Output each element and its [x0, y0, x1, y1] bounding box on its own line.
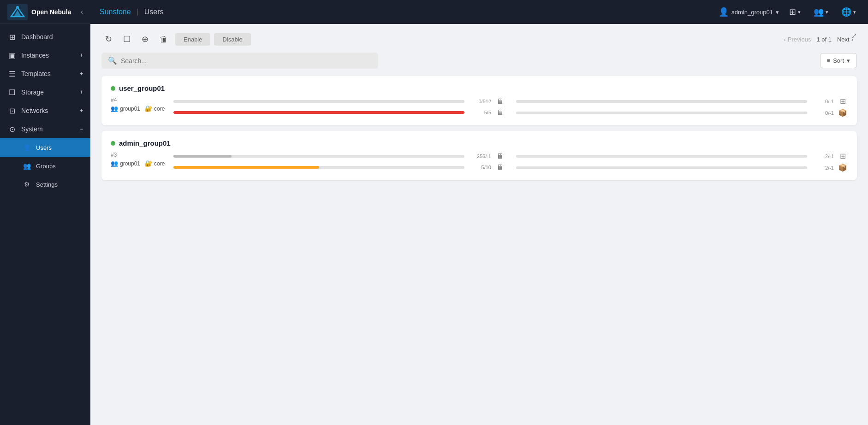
- grid-icon: ⊞: [789, 7, 796, 17]
- topbar-grid-btn[interactable]: ⊞ ▾: [786, 5, 803, 19]
- cpu-label: 0/512: [468, 99, 491, 104]
- card-metrics: 0/512 🖥 5/5 🖥: [173, 97, 848, 117]
- sidebar-item-settings[interactable]: ⚙ Settings: [0, 175, 90, 194]
- net-tx-label: 0/-1: [811, 99, 834, 104]
- sidebar-item-label: Users: [36, 144, 52, 151]
- search-input[interactable]: [121, 57, 372, 65]
- cpu-vm-metrics: 256/-1 🖥 5/10 🖥: [173, 152, 505, 171]
- vm-bar-container: [173, 111, 464, 114]
- sort-chevron: ▾: [847, 57, 850, 64]
- of-label: of 1: [821, 36, 832, 43]
- cpu-icon: 🖥: [495, 152, 505, 160]
- net-tx-bar-container: [516, 155, 807, 158]
- net-rx-label: 0/-1: [811, 110, 834, 116]
- cpu-vm-metrics: 0/512 🖥 5/5 🖥: [173, 97, 505, 117]
- next-label: Next: [837, 36, 850, 43]
- users-icon: 👤: [22, 143, 31, 152]
- content-area: ⤢ ↻ ☐ ⊕ 🗑 Enable Disable: [90, 24, 868, 425]
- card-body: #4 👥 group01 🔐 core: [111, 97, 848, 117]
- refresh-icon: ↻: [105, 34, 112, 44]
- sidebar-item-label: Groups: [36, 163, 56, 170]
- instances-icon: ▣: [7, 51, 17, 60]
- page-info: 1 of 1: [816, 36, 832, 43]
- group-tag: 👥 group01: [111, 105, 140, 112]
- prev-chevron: ‹: [784, 36, 785, 43]
- net-rx-bar-container: [516, 166, 807, 169]
- group-icon: 👥: [111, 105, 118, 112]
- cpu-bar: [173, 155, 232, 158]
- cpu-bar-container: [173, 100, 464, 103]
- card-header: user_group01: [111, 84, 848, 92]
- search-box: 🔍: [101, 53, 378, 69]
- net-tx-bar-container: [516, 100, 807, 103]
- cpu-icon: 🖥: [495, 97, 505, 106]
- title-separator: |: [137, 8, 138, 16]
- net-rx-label: 2/-1: [811, 165, 834, 171]
- net-rx-bar-container: [516, 112, 807, 114]
- sidebar-item-dashboard[interactable]: ⊞ Dashboard: [0, 28, 90, 46]
- user-name: admin_group01: [119, 139, 171, 147]
- refresh-button[interactable]: ↻: [101, 31, 116, 47]
- delete-button[interactable]: 🗑: [156, 32, 172, 47]
- sort-button[interactable]: ≡ Sort ▾: [820, 53, 857, 68]
- sidebar-item-templates[interactable]: ☰ Templates +: [0, 65, 90, 83]
- user-chevron-icon: ▾: [776, 9, 779, 16]
- sidebar-item-label: Networks: [21, 107, 48, 114]
- vm-metric-row: 5/10 🖥: [173, 163, 505, 171]
- topbar-username: admin_group01: [731, 9, 773, 16]
- select-button[interactable]: ☐: [119, 31, 134, 47]
- group-tag: 👥 group01: [111, 160, 140, 167]
- sidebar-item-storage[interactable]: ☐ Storage +: [0, 83, 90, 101]
- vm-bar: [173, 111, 464, 114]
- sidebar-item-system[interactable]: ⊙ System −: [0, 120, 90, 138]
- sidebar-item-label: Storage: [21, 89, 44, 96]
- topbar-globe-btn[interactable]: 🌐 ▾: [838, 5, 859, 19]
- user-name: user_group01: [119, 84, 165, 92]
- dashboard-icon: ⊞: [7, 32, 17, 41]
- net-tx-row: 0/-1 ⊞: [516, 97, 848, 106]
- sidebar-item-networks[interactable]: ⊡ Networks +: [0, 101, 90, 120]
- auth-icon: 🔐: [145, 105, 152, 112]
- sidebar-item-users[interactable]: 👤 Users: [0, 138, 90, 157]
- user-card[interactable]: admin_group01 #3 👥 group01 🔐 core: [101, 131, 857, 180]
- card-header: admin_group01: [111, 139, 848, 147]
- topbar-user[interactable]: 👤 admin_group01 ▾: [719, 7, 779, 17]
- sidebar-collapse-btn[interactable]: ‹: [81, 8, 83, 16]
- sidebar-logo: Open Nebula ‹: [0, 0, 90, 24]
- add-button[interactable]: ⊕: [138, 31, 152, 47]
- sidebar-item-label: Templates: [21, 70, 51, 77]
- vm-icon: 🖥: [495, 108, 505, 117]
- storage-icon: ☐: [7, 88, 17, 97]
- net-metrics: 2/-1 ⊞ 2/-1 📦: [516, 152, 848, 172]
- topbar-people-btn[interactable]: 👥 ▾: [811, 5, 831, 19]
- card-tags: 👥 group01 🔐 core: [111, 105, 166, 112]
- sidebar-item-instances[interactable]: ▣ Instances +: [0, 46, 90, 65]
- sidebar-item-label: System: [21, 125, 43, 133]
- sidebar-item-groups[interactable]: 👥 Groups: [0, 157, 90, 175]
- enable-button[interactable]: Enable: [175, 33, 210, 46]
- group-label: group01: [120, 106, 140, 112]
- auth-icon: 🔐: [145, 160, 152, 167]
- select-icon: ☐: [123, 34, 131, 44]
- sidebar-item-label: Instances: [21, 52, 49, 59]
- disable-button[interactable]: Disable: [214, 33, 250, 46]
- vm-label: 5/5: [468, 110, 491, 115]
- expand-btn[interactable]: ⤢: [851, 31, 857, 40]
- page-title: Users: [144, 8, 164, 16]
- search-icon: 🔍: [108, 56, 117, 65]
- cpu-metric-row: 256/-1 🖥: [173, 152, 505, 160]
- sort-label: Sort: [833, 57, 844, 64]
- cpu-metric-row: 0/512 🖥: [173, 97, 505, 106]
- delete-icon: 🗑: [160, 35, 168, 44]
- instances-expand-icon: +: [80, 52, 83, 59]
- card-left: #3 👥 group01 🔐 core: [111, 152, 166, 167]
- add-icon: ⊕: [142, 34, 149, 44]
- card-metrics: 256/-1 🖥 5/10 🖥: [173, 152, 848, 172]
- auth-label: core: [154, 160, 165, 167]
- sidebar-item-label: Settings: [36, 181, 58, 188]
- card-left: #4 👥 group01 🔐 core: [111, 97, 166, 112]
- previous-button[interactable]: ‹ Previous: [780, 34, 814, 45]
- product-name: Sunstone: [100, 8, 131, 16]
- user-card[interactable]: user_group01 #4 👥 group01 🔐 core: [101, 76, 857, 125]
- settings-icon: ⚙: [22, 180, 31, 189]
